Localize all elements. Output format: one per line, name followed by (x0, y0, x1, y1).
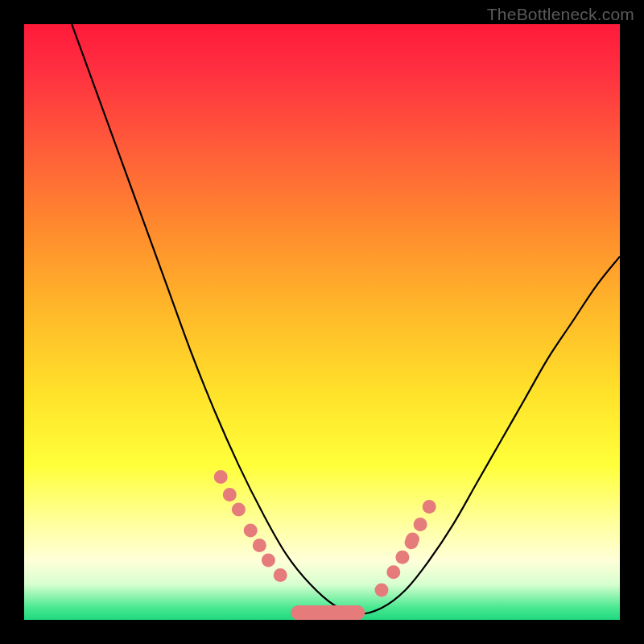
right-dots-dot (395, 551, 409, 564)
right-dots-dot (423, 500, 436, 514)
right-dots-dot (386, 565, 400, 579)
bottleneck-curve (72, 24, 620, 614)
right-dots-dot (414, 518, 427, 531)
attribution-text: TheBottleneck.com (487, 5, 634, 24)
chart-svg (24, 24, 620, 620)
left-dots-dot (214, 470, 228, 484)
bottom-bar (291, 605, 365, 620)
left-dots-dot (274, 568, 287, 582)
right-dots-dot (375, 584, 389, 597)
left-dots-dot (223, 488, 237, 502)
chart-frame: TheBottleneck.com (0, 0, 644, 644)
right-dots-dot (406, 533, 419, 547)
left-dots-dot (253, 539, 266, 552)
left-dots-dot (262, 554, 275, 568)
left-dots-dot (232, 503, 246, 517)
chart-plot-area (24, 24, 620, 620)
left-dots-dot (244, 524, 258, 538)
